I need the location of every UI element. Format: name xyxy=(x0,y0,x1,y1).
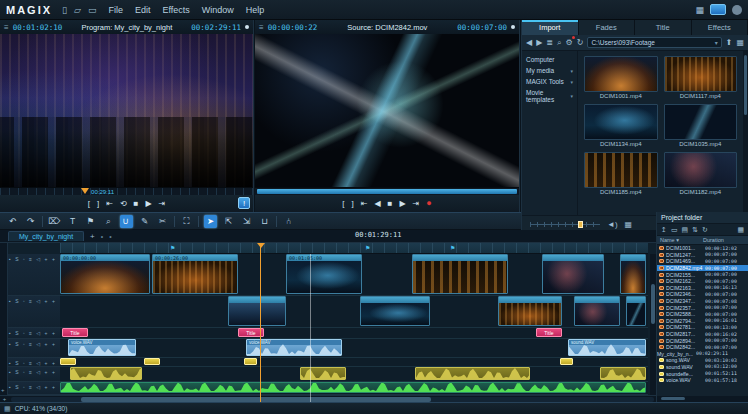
folder-icon[interactable]: ▭ xyxy=(671,226,678,234)
project-file-row[interactable]: soundeffe...00:01:52:11 xyxy=(657,370,748,377)
monitor-menu-icon[interactable]: ≡ xyxy=(259,23,264,32)
move-mode-button[interactable]: ⇲ xyxy=(240,215,253,228)
prev-frame-button[interactable]: ◀ xyxy=(374,200,380,208)
speaker-icon[interactable]: ◄) xyxy=(607,220,618,229)
sound-effect-clip[interactable] xyxy=(300,367,346,380)
import-vertical-scrollbar[interactable] xyxy=(743,51,748,215)
slider-handle[interactable] xyxy=(578,221,583,228)
set-out-button[interactable]: ] xyxy=(352,200,354,208)
layout-grid-icon[interactable]: ▦ xyxy=(695,5,704,15)
audio-clip[interactable]: voice.WAV xyxy=(68,339,136,356)
menu-file[interactable]: File xyxy=(108,5,123,15)
project-file-row[interactable]: sound.WAV00:03:12:00 xyxy=(657,364,748,371)
set-out-button[interactable]: ] xyxy=(97,200,99,208)
video-clip[interactable]: 00:00:00:00 xyxy=(60,254,150,294)
project-file-row[interactable]: DCIM2817...00:00:16:02 xyxy=(657,331,748,338)
import-file-icon[interactable]: ↥ xyxy=(661,226,667,234)
menu-help[interactable]: Help xyxy=(246,5,265,15)
set-in-button[interactable]: [ xyxy=(342,200,344,208)
tree-item-computer[interactable]: Computer xyxy=(525,54,574,65)
tree-item-magix-tools[interactable]: MAGIX Tools▾ xyxy=(525,76,574,87)
sound-effect-clip[interactable] xyxy=(415,367,530,380)
record-button[interactable]: ● xyxy=(426,199,431,208)
project-file-row[interactable]: DCIM2781...00:00:13:00 xyxy=(657,324,748,331)
menu-effects[interactable]: Effects xyxy=(162,5,189,15)
file-card[interactable]: DCIM1182.mp4 xyxy=(664,152,738,195)
project-file-row[interactable]: DCIM1469...00:00:07:00 xyxy=(657,258,748,265)
short-audio-clip[interactable] xyxy=(560,358,573,365)
cut-button[interactable]: ✂ xyxy=(156,215,169,228)
new-file-icon[interactable]: ▯ xyxy=(62,5,67,15)
video-clip[interactable] xyxy=(498,296,562,326)
file-thumbnail[interactable] xyxy=(664,152,738,188)
search-icon[interactable]: ⌕ xyxy=(557,38,561,48)
source-scrub-bar[interactable] xyxy=(255,187,519,195)
file-card[interactable]: DCIM1001.mp4 xyxy=(584,56,658,99)
name-column-header[interactable]: Name ▾ xyxy=(657,237,703,243)
tree-view-icon[interactable]: ≣ xyxy=(546,38,553,47)
music-clip[interactable] xyxy=(60,382,646,393)
track-header-7[interactable]: ▪ S ◦ ≡ ◁ + + xyxy=(8,382,60,395)
program-scrub-bar[interactable]: 00:29:11 xyxy=(0,187,253,195)
tree-item-movie-templates[interactable]: Movie templates▾ xyxy=(525,87,574,105)
film-icon[interactable]: ▤ xyxy=(682,226,689,234)
program-video-preview[interactable] xyxy=(0,34,253,187)
video-clip[interactable]: 00:00:26:00 xyxy=(152,254,238,294)
project-file-row[interactable]: DCIM2357...00:00:07:00 xyxy=(657,304,748,311)
magnet-snap-button[interactable]: ⊃ xyxy=(120,215,133,228)
track-5[interactable] xyxy=(60,358,648,367)
sound-effect-clip[interactable] xyxy=(70,367,142,380)
delete-button[interactable]: ⌦ xyxy=(48,215,61,228)
tab-import[interactable]: Import xyxy=(522,20,579,35)
file-thumbnail[interactable] xyxy=(584,152,658,188)
track-6[interactable] xyxy=(60,367,648,382)
tab-effects[interactable]: Effects xyxy=(692,20,748,35)
track-header-2[interactable]: ▪ S ◦ ≡ ◁ + + xyxy=(8,296,60,328)
project-file-row[interactable]: DCIM2842.mp400:00:07:00 xyxy=(657,265,748,272)
scrollbar-thumb[interactable] xyxy=(81,397,431,402)
set-in-button[interactable]: [ xyxy=(88,200,90,208)
source-video-preview[interactable] xyxy=(255,34,519,187)
marker-button[interactable]: ⚑ xyxy=(84,215,97,228)
add-track-button[interactable]: + xyxy=(1,387,5,393)
project-file-row[interactable]: DCIM2894...00:00:07:00 xyxy=(657,337,748,344)
add-sequence-button[interactable]: + xyxy=(90,232,95,241)
mouse-mode-button[interactable]: ➤ xyxy=(204,215,217,228)
jump-end-button[interactable]: ⇥ xyxy=(159,200,166,208)
tree-item-my-media[interactable]: My media▾ xyxy=(525,65,574,76)
video-clip[interactable] xyxy=(360,296,430,326)
track-header-5[interactable]: ▪ S ◦ ≡ ◁ + + xyxy=(8,358,60,367)
timeline-horizontal-scrollbar[interactable]: + xyxy=(0,395,656,402)
track-header-3[interactable]: ▪ S ◦ ≡ ◁ + + xyxy=(8,328,60,339)
search-object-button[interactable]: ⌕ xyxy=(102,215,115,228)
project-file-row[interactable]: DCIM2162...00:00:07:00 xyxy=(657,278,748,285)
timeline-canvas[interactable]: 00:00:00:0000:00:26:0000:01:05:00TitleTi… xyxy=(60,254,648,395)
play-button[interactable]: ▶ xyxy=(399,200,405,208)
monitor-options-icon[interactable] xyxy=(245,25,249,29)
menu-window[interactable]: Window xyxy=(202,5,234,15)
short-audio-clip[interactable] xyxy=(144,358,160,365)
project-file-row[interactable]: DCIM2588...00:00:07:00 xyxy=(657,311,748,318)
project-file-row[interactable]: song.WAV00:03:10:03 xyxy=(657,357,748,364)
track-2[interactable] xyxy=(60,296,648,328)
thumbnail-size-slider[interactable] xyxy=(530,222,600,227)
file-thumbnail[interactable] xyxy=(584,56,658,92)
timeline-marker-icon[interactable]: ⚑ xyxy=(365,244,370,251)
project-file-row[interactable]: My_city_by_n...00:02:29:11 xyxy=(657,351,748,358)
timeline-marker-icon[interactable]: ⚑ xyxy=(450,244,455,251)
link-icon[interactable]: ⇅ xyxy=(692,226,698,234)
track-4[interactable]: voice.WAVvoice.WAVsound.WAV xyxy=(60,339,648,358)
forward-button[interactable]: ▶ xyxy=(536,38,542,47)
video-clip[interactable]: 00:01:05:00 xyxy=(286,254,362,294)
open-folder-icon[interactable]: ▱ xyxy=(74,5,81,15)
save-icon[interactable]: ▭ xyxy=(88,5,97,15)
jump-end-button[interactable]: ⇥ xyxy=(413,200,420,208)
draw-button[interactable]: ✎ xyxy=(138,215,151,228)
video-clip[interactable] xyxy=(228,296,286,326)
settings-icon[interactable]: ⚙ xyxy=(566,38,573,47)
short-audio-clip[interactable] xyxy=(244,358,257,365)
info-icon[interactable] xyxy=(732,5,742,15)
project-file-row[interactable]: DCIM2163...00:00:16:13 xyxy=(657,285,748,292)
up-folder-button[interactable]: ⬆ xyxy=(726,38,733,47)
project-file-row[interactable]: DCIM2794...00:00:16:01 xyxy=(657,318,748,325)
